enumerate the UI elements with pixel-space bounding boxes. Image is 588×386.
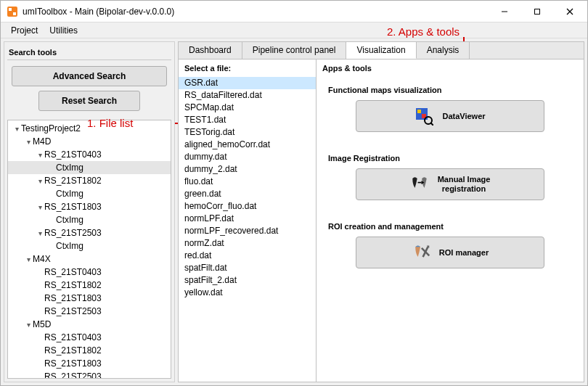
file-item[interactable]: normZ.dat [179,237,316,250]
tree-node[interactable]: RS_21ST0403 [8,331,171,344]
tree-twisty-icon[interactable]: ▾ [12,125,21,133]
file-item[interactable]: aligned_hemoCorr.dat [179,139,316,151]
tree-twisty-icon[interactable]: ▾ [24,138,33,146]
tree-node[interactable]: ▾TestingProject2 [8,122,171,135]
tree-node[interactable]: RS_21ST1802 [8,279,171,292]
dataviewer-icon [415,107,433,126]
tabs: DashboardPipeline control panelVisualiza… [178,41,584,59]
roi-manager-button[interactable]: ROI manager [356,237,544,268]
menu-utilities[interactable]: Utilities [44,24,83,37]
file-item[interactable]: red.dat [179,250,316,262]
minimize-button[interactable] [488,1,520,22]
tree-node[interactable]: ▾M4X [8,252,171,266]
file-item[interactable]: SPCMap.dat [179,102,316,114]
file-item[interactable]: dummy.dat [179,151,316,163]
file-item[interactable]: yellow.dat [179,287,316,299]
dataviewer-button[interactable]: DataViewer [356,100,544,132]
tree-node[interactable]: RS_21ST0403 [8,266,171,279]
file-item[interactable]: spatFilt.dat [179,262,316,274]
tree-node[interactable]: ▾RS_21ST0403 [8,148,171,161]
tab-pipeline-control-panel[interactable]: Pipeline control panel [242,42,347,59]
reset-search-button[interactable]: Reset Search [38,91,140,111]
file-item[interactable]: TEST1.dat [179,114,316,126]
apps-group-label: Image Registration [328,154,572,163]
tab-dashboard[interactable]: Dashboard [179,42,242,59]
file-list[interactable]: GSR.datRS_dataFiltered.datSPCMap.datTEST… [179,77,316,382]
tree-node-label: M5D [33,319,51,329]
file-item[interactable]: green.dat [179,188,316,200]
advanced-search-button[interactable]: Advanced Search [12,66,167,86]
tree-node[interactable]: ▾RS_21ST1803 [8,200,171,213]
file-pane-header: Select a file: [179,59,316,77]
file-item[interactable]: RS_dataFiltered.dat [179,89,316,102]
tree-node[interactable]: CtxImg [8,239,171,252]
tree-node-label: RS_21ST1802 [44,345,102,356]
tree-node[interactable]: ▾RS_21ST1802 [8,174,171,187]
svg-rect-11 [417,110,421,113]
tree-node[interactable]: RS_21ST1803 [8,292,171,305]
apps-group: Functional maps visualizationDataViewer [317,77,584,145]
project-tree[interactable]: ▾TestingProject2▾M4D▾RS_21ST0403CtxImg▾R… [7,120,171,379]
file-item[interactable]: spatFilt_2.dat [179,274,316,287]
tree-node[interactable]: RS_21ST2503 [8,305,171,318]
tab-analysis[interactable]: Analysis [417,42,470,59]
tree-node-label: CtxImg [56,241,83,251]
app-window: umIToolbox - Main (Bipolar-dev-v.0.0.0) … [0,0,588,386]
file-item[interactable]: TESTorig.dat [179,126,316,139]
tree-node[interactable]: ▾RS_21ST2503 [8,226,171,239]
tree-node-label: RS_21ST1802 [44,280,102,290]
left-panel: Search tools Advanced Search Reset Searc… [4,41,175,382]
tree-twisty-icon[interactable]: ▾ [36,203,44,211]
tree-twisty-icon[interactable]: ▾ [36,177,44,185]
apps-pane-header: Apps & tools [317,59,584,77]
menubar: Project Utilities [1,22,587,38]
tree-node[interactable]: CtxImg [8,161,171,174]
menu-project[interactable]: Project [5,24,44,37]
tree-node[interactable]: RS_21ST1802 [8,344,171,357]
tree-node-label: CtxImg [56,215,83,225]
tree-twisty-icon[interactable]: ▾ [36,229,44,237]
tree-node-label: RS_21ST1803 [44,202,102,212]
file-item[interactable]: dummy_2.dat [179,163,316,176]
maximize-button[interactable] [520,1,553,22]
manual-image-registration-icon [410,175,429,194]
tree-node[interactable]: RS_21ST2503 [8,370,171,379]
svg-rect-2 [13,12,16,15]
tree-node-label: M4D [33,136,51,147]
app-icon [7,6,18,17]
svg-rect-1 [9,8,12,11]
titlebar: umIToolbox - Main (Bipolar-dev-v.0.0.0) [1,1,587,22]
tree-twisty-icon[interactable]: ▾ [24,255,33,263]
tree-node-label: RS_21ST2503 [44,371,102,379]
tree-node[interactable]: CtxImg [8,213,171,226]
tree-twisty-icon[interactable]: ▾ [36,151,44,159]
window-buttons [488,1,586,22]
tree-node-label: CtxImg [56,163,83,173]
apps-button-label: Manual Imageregistration [438,175,491,193]
tree-node-label: RS_21ST1803 [44,293,102,303]
tab-visualization[interactable]: Visualization [346,42,416,59]
file-pane: Select a file: GSR.datRS_dataFiltered.da… [179,59,317,382]
tree-node[interactable]: RS_21ST1803 [8,357,171,370]
tree-node[interactable]: ▾M5D [8,318,171,331]
file-item[interactable]: GSR.dat [179,77,316,89]
tree-node-label: RS_21ST0403 [44,332,102,342]
tree-node-label: RS_21ST0403 [44,267,102,277]
file-item[interactable]: hemoCorr_fluo.dat [179,200,316,213]
tree-node-label: RS_21ST2503 [44,228,102,238]
tree-twisty-icon[interactable]: ▾ [24,321,33,329]
file-item[interactable]: normLPF.dat [179,213,316,225]
tree-node[interactable]: ▾M4D [8,135,171,148]
manual-image-registration-button[interactable]: Manual Imageregistration [356,168,544,200]
tree-node-label: M4X [33,254,51,264]
tree-node-label: RS_21ST1803 [44,358,102,369]
apps-group: Image RegistrationManual Imageregistrati… [317,145,584,213]
tree-node-label: CtxImg [56,189,83,199]
file-item[interactable]: normLPF_recovered.dat [179,225,316,237]
search-buttons: Advanced Search Reset Search [7,60,171,117]
tree-node[interactable]: CtxImg [8,187,171,200]
tree-node-label: RS_21ST1802 [44,176,102,186]
file-item[interactable]: fluo.dat [179,176,316,188]
apps-button-label: DataViewer [442,112,485,121]
close-button[interactable] [553,1,586,22]
